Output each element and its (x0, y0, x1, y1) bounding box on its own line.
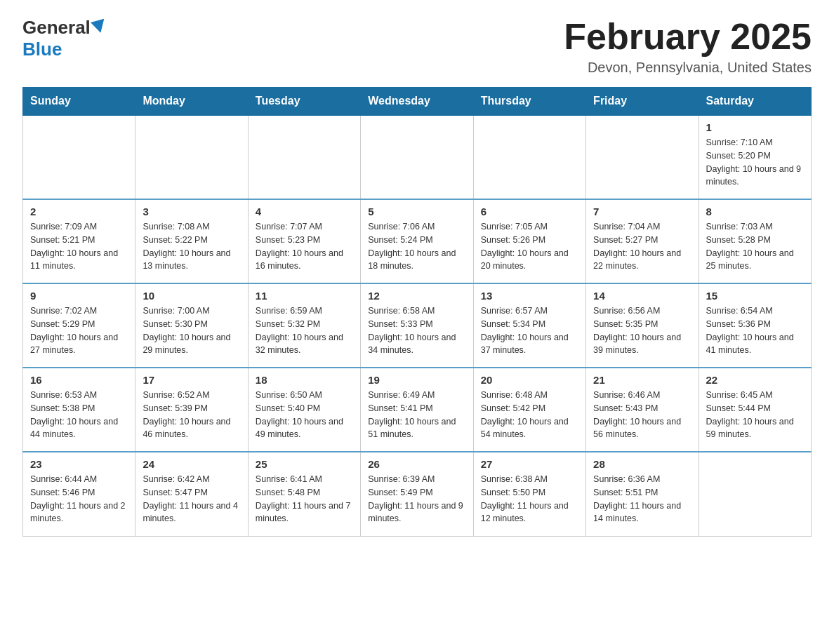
location-text: Devon, Pennsylvania, United States (564, 60, 812, 76)
day-info: Sunrise: 7:00 AMSunset: 5:30 PMDaylight:… (143, 304, 240, 357)
calendar-week-row: 9Sunrise: 7:02 AMSunset: 5:29 PMDaylight… (23, 283, 812, 368)
day-info: Sunrise: 7:06 AMSunset: 5:24 PMDaylight:… (368, 220, 465, 273)
calendar-week-row: 16Sunrise: 6:53 AMSunset: 5:38 PMDayligh… (23, 368, 812, 452)
calendar-day-cell: 12Sunrise: 6:58 AMSunset: 5:33 PMDayligh… (361, 283, 473, 368)
calendar-day-cell: 2Sunrise: 7:09 AMSunset: 5:21 PMDaylight… (23, 199, 135, 283)
page-header: General Blue February 2025 Devon, Pennsy… (22, 17, 812, 76)
day-info: Sunrise: 6:48 AMSunset: 5:42 PMDaylight:… (481, 389, 578, 441)
day-info: Sunrise: 6:44 AMSunset: 5:46 PMDaylight:… (30, 473, 128, 525)
day-info: Sunrise: 6:38 AMSunset: 5:50 PMDaylight:… (481, 473, 578, 525)
day-number: 14 (593, 290, 691, 302)
calendar-table: SundayMondayTuesdayWednesdayThursdayFrid… (22, 87, 812, 537)
calendar-day-cell: 4Sunrise: 7:07 AMSunset: 5:23 PMDaylight… (248, 199, 360, 283)
day-info: Sunrise: 6:56 AMSunset: 5:35 PMDaylight:… (593, 304, 691, 357)
calendar-day-cell (473, 115, 585, 199)
calendar-day-cell: 25Sunrise: 6:41 AMSunset: 5:48 PMDayligh… (248, 452, 360, 536)
day-info: Sunrise: 6:59 AMSunset: 5:32 PMDaylight:… (256, 304, 353, 357)
day-info: Sunrise: 6:58 AMSunset: 5:33 PMDaylight:… (368, 304, 465, 357)
day-number: 27 (481, 458, 578, 470)
logo-general-text: General (22, 17, 91, 39)
calendar-day-cell: 18Sunrise: 6:50 AMSunset: 5:40 PMDayligh… (248, 368, 360, 452)
day-info: Sunrise: 7:02 AMSunset: 5:29 PMDaylight:… (30, 304, 128, 357)
calendar-day-cell: 7Sunrise: 7:04 AMSunset: 5:27 PMDaylight… (586, 199, 699, 283)
calendar-day-cell: 9Sunrise: 7:02 AMSunset: 5:29 PMDaylight… (23, 283, 135, 368)
day-info: Sunrise: 6:53 AMSunset: 5:38 PMDaylight:… (30, 389, 128, 441)
calendar-day-cell: 14Sunrise: 6:56 AMSunset: 5:35 PMDayligh… (586, 283, 699, 368)
calendar-day-cell: 19Sunrise: 6:49 AMSunset: 5:41 PMDayligh… (361, 368, 473, 452)
weekday-header-saturday: Saturday (699, 88, 811, 116)
day-info: Sunrise: 6:49 AMSunset: 5:41 PMDaylight:… (368, 389, 465, 441)
calendar-day-cell: 6Sunrise: 7:05 AMSunset: 5:26 PMDaylight… (473, 199, 585, 283)
calendar-day-cell (23, 115, 135, 199)
calendar-day-cell: 26Sunrise: 6:39 AMSunset: 5:49 PMDayligh… (361, 452, 473, 536)
logo: General Blue (22, 17, 106, 60)
day-number: 22 (706, 374, 804, 386)
logo-blue-text: Blue (22, 39, 62, 60)
month-title: February 2025 (564, 17, 812, 57)
day-info: Sunrise: 7:03 AMSunset: 5:28 PMDaylight:… (706, 220, 804, 273)
calendar-day-cell (586, 115, 699, 199)
day-number: 1 (706, 121, 804, 133)
day-info: Sunrise: 6:36 AMSunset: 5:51 PMDaylight:… (593, 473, 691, 525)
logo-triangle-icon (91, 18, 107, 34)
day-number: 16 (30, 374, 128, 386)
calendar-day-cell: 16Sunrise: 6:53 AMSunset: 5:38 PMDayligh… (23, 368, 135, 452)
day-number: 17 (143, 374, 240, 386)
day-number: 10 (143, 290, 240, 302)
day-info: Sunrise: 7:04 AMSunset: 5:27 PMDaylight:… (593, 220, 691, 273)
day-number: 28 (593, 458, 691, 470)
weekday-header-friday: Friday (586, 88, 699, 116)
day-number: 8 (706, 206, 804, 217)
day-info: Sunrise: 7:09 AMSunset: 5:21 PMDaylight:… (30, 220, 128, 273)
weekday-header-monday: Monday (135, 88, 248, 116)
calendar-day-cell: 1Sunrise: 7:10 AMSunset: 5:20 PMDaylight… (699, 115, 811, 199)
day-number: 21 (593, 374, 691, 386)
day-number: 4 (256, 206, 353, 217)
day-info: Sunrise: 6:39 AMSunset: 5:49 PMDaylight:… (368, 473, 465, 525)
calendar-week-row: 23Sunrise: 6:44 AMSunset: 5:46 PMDayligh… (23, 452, 812, 536)
day-number: 26 (368, 458, 465, 470)
day-info: Sunrise: 6:42 AMSunset: 5:47 PMDaylight:… (143, 473, 240, 525)
calendar-day-cell (248, 115, 360, 199)
day-number: 20 (481, 374, 578, 386)
day-info: Sunrise: 6:46 AMSunset: 5:43 PMDaylight:… (593, 389, 691, 441)
day-number: 3 (143, 206, 240, 217)
day-number: 23 (30, 458, 128, 470)
day-number: 25 (256, 458, 353, 470)
calendar-day-cell: 23Sunrise: 6:44 AMSunset: 5:46 PMDayligh… (23, 452, 135, 536)
day-number: 2 (30, 206, 128, 217)
day-number: 12 (368, 290, 465, 302)
title-block: February 2025 Devon, Pennsylvania, Unite… (564, 17, 812, 76)
calendar-day-cell (361, 115, 473, 199)
calendar-day-cell: 20Sunrise: 6:48 AMSunset: 5:42 PMDayligh… (473, 368, 585, 452)
calendar-week-row: 2Sunrise: 7:09 AMSunset: 5:21 PMDaylight… (23, 199, 812, 283)
day-info: Sunrise: 7:10 AMSunset: 5:20 PMDaylight:… (706, 136, 804, 189)
calendar-day-cell: 22Sunrise: 6:45 AMSunset: 5:44 PMDayligh… (699, 368, 811, 452)
calendar-week-row: 1Sunrise: 7:10 AMSunset: 5:20 PMDaylight… (23, 115, 812, 199)
day-number: 15 (706, 290, 804, 302)
calendar-day-cell: 15Sunrise: 6:54 AMSunset: 5:36 PMDayligh… (699, 283, 811, 368)
calendar-day-cell: 3Sunrise: 7:08 AMSunset: 5:22 PMDaylight… (135, 199, 248, 283)
day-info: Sunrise: 6:50 AMSunset: 5:40 PMDaylight:… (256, 389, 353, 441)
calendar-day-cell: 28Sunrise: 6:36 AMSunset: 5:51 PMDayligh… (586, 452, 699, 536)
day-number: 24 (143, 458, 240, 470)
day-info: Sunrise: 7:07 AMSunset: 5:23 PMDaylight:… (256, 220, 353, 273)
day-info: Sunrise: 6:41 AMSunset: 5:48 PMDaylight:… (256, 473, 353, 525)
day-number: 7 (593, 206, 691, 217)
day-number: 6 (481, 206, 578, 217)
day-info: Sunrise: 6:52 AMSunset: 5:39 PMDaylight:… (143, 389, 240, 441)
day-number: 13 (481, 290, 578, 302)
weekday-header-wednesday: Wednesday (361, 88, 473, 116)
weekday-header-thursday: Thursday (473, 88, 585, 116)
day-info: Sunrise: 6:54 AMSunset: 5:36 PMDaylight:… (706, 304, 804, 357)
calendar-day-cell (135, 115, 248, 199)
weekday-header-sunday: Sunday (23, 88, 135, 116)
weekday-header-row: SundayMondayTuesdayWednesdayThursdayFrid… (23, 88, 812, 116)
calendar-day-cell (699, 452, 811, 536)
day-number: 9 (30, 290, 128, 302)
calendar-day-cell: 10Sunrise: 7:00 AMSunset: 5:30 PMDayligh… (135, 283, 248, 368)
weekday-header-tuesday: Tuesday (248, 88, 360, 116)
day-number: 19 (368, 374, 465, 386)
calendar-day-cell: 8Sunrise: 7:03 AMSunset: 5:28 PMDaylight… (699, 199, 811, 283)
calendar-day-cell: 24Sunrise: 6:42 AMSunset: 5:47 PMDayligh… (135, 452, 248, 536)
